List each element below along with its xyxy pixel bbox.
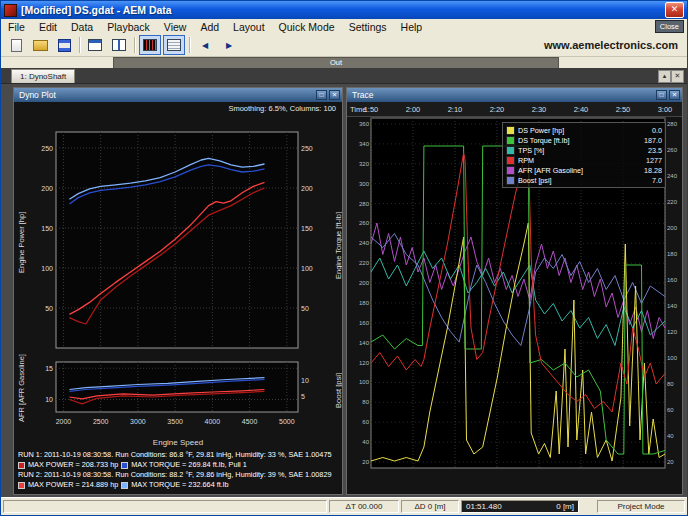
tab-dynoshaft[interactable]: 1: DynoShaft	[11, 69, 75, 83]
play-icon: ▶	[226, 41, 232, 50]
run1-max-power: MAX POWER = 208.733 hp	[28, 460, 118, 470]
legend-row[interactable]: Boost [psi]7.0	[506, 175, 662, 185]
toolbar-button-open[interactable]	[29, 35, 51, 55]
run1-max-values: MAX POWER = 208.733 hp MAX TORQUE = 269.…	[18, 460, 340, 470]
toolbar-button-grid-view[interactable]	[163, 35, 185, 55]
toolbar-button-step-back[interactable]: ◀	[194, 35, 216, 55]
svg-text:200: 200	[41, 185, 53, 192]
toolbar-button-window-layout[interactable]	[84, 35, 106, 55]
svg-text:200: 200	[667, 225, 678, 231]
engine-torque-axis-label: Engine Torque [ft-lb]	[334, 212, 342, 279]
time-tick: 3:00	[658, 105, 673, 114]
status-spacer	[3, 500, 327, 513]
svg-text:20: 20	[362, 459, 369, 465]
dyno-power-torque-chart[interactable]: 5050100100150150200200250250	[26, 126, 332, 356]
legend-color-swatch	[506, 166, 515, 175]
dyno-panel-close-button[interactable]: ✕	[329, 90, 340, 100]
status-bar: ΔT 00.000 ΔD 0 [m] 01:51.480 0 [m] Proje…	[1, 497, 687, 515]
svg-text:5000: 5000	[279, 418, 295, 425]
save-icon	[58, 39, 71, 52]
menu-playback[interactable]: Playback	[100, 21, 157, 33]
svg-text:260: 260	[359, 220, 370, 226]
svg-text:15: 15	[45, 365, 53, 372]
svg-text:260: 260	[667, 147, 678, 153]
svg-text:200: 200	[359, 280, 370, 286]
time-tick: 2:00	[406, 105, 421, 114]
menu-layout[interactable]: Layout	[226, 21, 272, 33]
svg-text:10: 10	[45, 396, 53, 403]
svg-text:300: 300	[359, 181, 370, 187]
website-link[interactable]: www.aemelectronics.com	[544, 39, 684, 51]
legend-row[interactable]: DS Power [hp]0.0	[506, 125, 662, 135]
window-title: [Modified] DS.gdat - AEM Data	[21, 4, 665, 16]
toolbar-separator	[134, 37, 135, 53]
menu-data[interactable]: Data	[64, 21, 100, 33]
toolbar-button-new[interactable]	[5, 35, 27, 55]
svg-text:150: 150	[301, 225, 313, 232]
close-icon: ✕	[675, 72, 681, 79]
smoothing-info: Smoothing: 6.5%, Columns: 100	[228, 104, 336, 113]
status-mode: Project Mode	[597, 500, 685, 513]
dyno-afr-boost-chart[interactable]: 20002500300035004000450050001015510	[26, 358, 332, 436]
trace-panel-maximize-button[interactable]: □	[656, 90, 667, 100]
tab-row: 1: DynoShaft ▴ ✕	[1, 68, 687, 84]
menu-settings[interactable]: Settings	[342, 21, 394, 33]
svg-text:250: 250	[301, 145, 313, 152]
dyno-panel-maximize-button[interactable]: □	[316, 90, 327, 100]
svg-text:220: 220	[359, 260, 370, 266]
time-tick: 2:20	[490, 105, 505, 114]
legend-label: AFR [AFR Gasoline]	[518, 166, 583, 175]
chevron-up-icon: ▴	[663, 72, 667, 79]
dyno-panel-body: Smoothing: 6.5%, Columns: 100 Engine Pow…	[14, 102, 342, 494]
menu-help[interactable]: Help	[394, 21, 430, 33]
svg-text:50: 50	[301, 305, 309, 312]
toolbar-button-trace-view[interactable]	[139, 35, 161, 55]
svg-text:20: 20	[667, 459, 674, 465]
trace-panel: Trace □ ✕ Time 1:502:002:102:202:302:402…	[346, 87, 683, 495]
tab-close-button[interactable]: ✕	[671, 70, 684, 83]
toolbar-button-window-cascade[interactable]	[108, 35, 130, 55]
svg-text:360: 360	[359, 121, 370, 127]
svg-text:3000: 3000	[130, 418, 146, 425]
svg-text:240: 240	[667, 173, 678, 179]
menu-view[interactable]: View	[157, 21, 194, 33]
svg-text:100: 100	[359, 379, 370, 385]
close-tooltip: Close	[655, 20, 684, 33]
dyno-plot-panel: Dyno Plot □ ✕ Smoothing: 6.5%, Columns: …	[13, 87, 343, 495]
svg-text:60: 60	[362, 419, 369, 425]
menu-add[interactable]: Add	[193, 21, 226, 33]
menu-edit[interactable]: Edit	[32, 21, 64, 33]
legend-row[interactable]: DS Torque [ft.lb]187.0	[506, 135, 662, 145]
toolbar-button-save[interactable]	[53, 35, 75, 55]
svg-text:40: 40	[362, 439, 369, 445]
toolbar-button-play[interactable]: ▶	[218, 35, 240, 55]
svg-text:200: 200	[301, 185, 313, 192]
trace-panel-close-button[interactable]: ✕	[669, 90, 680, 100]
legend-value: 1277	[646, 156, 662, 165]
tab-scroll-up-button[interactable]: ▴	[658, 70, 671, 83]
window-close-button[interactable]: ✕	[665, 2, 684, 18]
legend-color-swatch	[506, 126, 515, 135]
run2-torque-swatch	[121, 482, 128, 489]
time-ruler[interactable]: Time 1:502:002:102:202:302:402:503:00	[347, 102, 682, 117]
run1-power-swatch	[18, 462, 25, 469]
svg-text:280: 280	[667, 121, 678, 127]
svg-text:5: 5	[301, 393, 305, 400]
trace-panel-body: Time 1:502:002:102:202:302:402:503:00 36…	[347, 102, 682, 494]
menu-file[interactable]: File	[1, 21, 32, 33]
run1-info: RUN 1: 2011-10-19 08:30:58. Run Conditio…	[18, 450, 340, 460]
legend-row[interactable]: RPM1277	[506, 155, 662, 165]
legend-row[interactable]: TPS [%]23.5	[506, 145, 662, 155]
run-summary: RUN 1: 2011-10-19 08:30:58. Run Conditio…	[18, 450, 340, 490]
menu-quick-mode[interactable]: Quick Mode	[272, 21, 342, 33]
app-window: [Modified] DS.gdat - AEM Data ✕ FileEdit…	[0, 0, 688, 516]
window-titlebar[interactable]: [Modified] DS.gdat - AEM Data ✕	[1, 1, 687, 19]
svg-text:320: 320	[359, 161, 370, 167]
trace-panel-titlebar[interactable]: Trace □ ✕	[347, 88, 682, 102]
status-delta-time: ΔT 00.000	[329, 500, 399, 513]
dyno-panel-titlebar[interactable]: Dyno Plot □ ✕	[14, 88, 342, 102]
legend-value: 18.28	[644, 166, 662, 175]
legend-label: DS Power [hp]	[518, 126, 564, 135]
legend-row[interactable]: AFR [AFR Gasoline]18.28	[506, 165, 662, 175]
menu-bar: FileEditDataPlaybackViewAddLayoutQuick M…	[1, 19, 687, 34]
